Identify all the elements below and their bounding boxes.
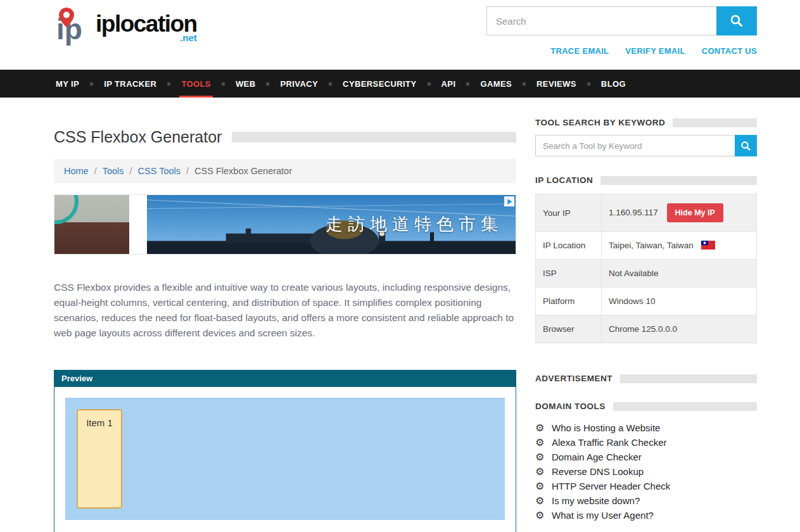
hide-my-ip-button[interactable]: Hide My IP [667, 203, 723, 222]
site-search [486, 6, 757, 35]
domain-tool-link[interactable]: Domain Age Checker [552, 452, 642, 462]
breadcrumb-current: CSS Flexbox Generator [181, 166, 292, 176]
logo-wordmark: iplocation .net [96, 13, 197, 43]
nav-item-privacy[interactable]: PRIVACY [278, 70, 320, 98]
trace-email-link[interactable]: TRACE EMAIL [550, 46, 609, 56]
preview-panel: Preview Item 1 [54, 370, 516, 532]
ad-left-image [54, 195, 129, 254]
domain-tool-link[interactable]: HTTP Server Header Check [552, 481, 670, 491]
site-search-input[interactable] [486, 6, 716, 35]
nav-item-web[interactable]: WEB [234, 70, 258, 98]
your-ip-value: 1.160.95.117 [609, 208, 658, 217]
header-links: TRACE EMAIL VERIFY EMAIL CONTACT US [550, 46, 757, 56]
domain-tools-heading: DOMAIN TOOLS [535, 402, 606, 411]
nav-separator [428, 82, 431, 86]
heading-decor-bar [620, 374, 757, 383]
preview-panel-header: Preview [54, 370, 516, 387]
main-nav: MY IP IP TRACKER TOOLS WEB PRIVACY CYBER… [0, 70, 800, 98]
search-icon [730, 14, 744, 28]
title-decor-bar [232, 132, 516, 142]
table-row: IP Location Taipei, Taiwan, Taiwan [536, 232, 757, 260]
list-item[interactable]: ⚙ Reverse DNS Lookup [535, 464, 757, 479]
ip-row-label: Browser [536, 315, 602, 343]
list-item[interactable]: ⚙ Domain Age Checker [535, 450, 757, 464]
nav-separator [466, 82, 469, 86]
breadcrumb-css-tools[interactable]: CSS Tools [138, 166, 181, 176]
ad-choices-icon[interactable] [504, 196, 514, 206]
nav-separator [90, 82, 93, 86]
nav-separator [222, 82, 225, 86]
preview-panel-body: Item 1 [54, 387, 516, 532]
gear-icon: ⚙ [535, 422, 552, 434]
domain-tools-list: ⚙ Who is Hosting a Website ⚙ Alexa Traff… [535, 421, 757, 522]
contact-us-link[interactable]: CONTACT US [702, 46, 757, 56]
verify-email-link[interactable]: VERIFY EMAIL [625, 46, 685, 56]
list-item[interactable]: ⚙ HTTP Server Header Check [535, 479, 757, 493]
main-content: CSS Flexbox Generator Home Tools CSS Too… [54, 98, 516, 532]
flexbox-preview-item: Item 1 [77, 409, 122, 509]
ip-row-value: 1.160.95.117 Hide My IP [602, 194, 757, 232]
heading-decor-bar [600, 176, 757, 185]
ip-row-label: ISP [536, 260, 602, 288]
nav-item-cybersecurity[interactable]: CYBERSECURITY [341, 70, 418, 98]
header: ip iplocation .net TRACE EMAIL [0, 0, 800, 70]
ip-row-value: Windows 10 [602, 288, 757, 315]
list-item[interactable]: ⚙ What is my User Agent? [535, 508, 757, 522]
tool-search-heading: TOOL SEARCH BY KEYWORD [535, 118, 665, 127]
nav-separator [167, 82, 170, 86]
ad-arc-decoration [54, 195, 79, 224]
ip-location-value: Taipei, Taiwan, Taiwan [609, 241, 694, 250]
gear-icon: ⚙ [535, 495, 552, 507]
list-item[interactable]: ⚙ Alexa Traffic Rank Checker [535, 435, 757, 450]
ad-banner[interactable]: 走訪地道特色市集 [54, 194, 516, 255]
flexbox-preview-container: Item 1 [65, 398, 505, 520]
nav-item-tools[interactable]: TOOLS [179, 70, 213, 98]
tool-search [535, 135, 757, 156]
nav-item-games[interactable]: GAMES [478, 70, 514, 98]
tool-search-heading-row: TOOL SEARCH BY KEYWORD [535, 118, 757, 127]
domain-tool-link[interactable]: What is my User Agent? [552, 510, 654, 521]
table-row: Platform Windows 10 [536, 288, 757, 315]
domain-tool-link[interactable]: Alexa Traffic Rank Checker [552, 437, 666, 448]
domain-tools-heading-row: DOMAIN TOOLS [535, 402, 757, 411]
heading-decor-bar [613, 402, 757, 411]
table-row: ISP Not Available [536, 260, 757, 288]
ip-row-value: Chrome 125.0.0.0 [602, 315, 757, 343]
nav-item-blog[interactable]: BLOG [599, 70, 628, 98]
search-icon [740, 141, 751, 151]
ip-row-value: Taipei, Taiwan, Taiwan [602, 232, 757, 260]
domain-tool-link[interactable]: Reverse DNS Lookup [552, 466, 644, 477]
nav-item-my-ip[interactable]: MY IP [54, 70, 81, 98]
ip-row-label: Your IP [536, 194, 602, 232]
ip-row-label: Platform [536, 288, 602, 315]
heading-decor-bar [673, 118, 757, 127]
breadcrumb-home[interactable]: Home [64, 166, 89, 176]
nav-separator [587, 82, 590, 86]
ip-location-heading: IP LOCATION [535, 175, 593, 185]
ip-location-table: Your IP 1.160.95.117 Hide My IP IP Locat… [535, 194, 757, 343]
advertisement-heading-row: ADVERTISEMENT [535, 374, 757, 383]
site-search-button[interactable] [716, 6, 757, 35]
table-row: Browser Chrome 125.0.0.0 [536, 315, 757, 343]
ip-row-label: IP Location [536, 232, 602, 260]
table-row: Your IP 1.160.95.117 Hide My IP [536, 194, 757, 232]
breadcrumb-tools[interactable]: Tools [103, 166, 124, 176]
tool-search-button[interactable] [735, 135, 757, 156]
nav-item-reviews[interactable]: REVIEWS [535, 70, 578, 98]
ad-headline: 走訪地道特色市集 [326, 213, 503, 236]
domain-tool-link[interactable]: Who is Hosting a Website [552, 422, 660, 433]
gear-icon: ⚙ [535, 480, 552, 492]
nav-item-api[interactable]: API [440, 70, 458, 98]
gear-icon: ⚙ [535, 509, 552, 521]
list-item[interactable]: ⚙ Is my website down? [535, 493, 757, 508]
gear-icon: ⚙ [535, 451, 552, 463]
ad-main-image: 走訪地道特色市集 [147, 195, 516, 254]
tool-search-input[interactable] [535, 135, 735, 156]
domain-tool-link[interactable]: Is my website down? [552, 495, 640, 506]
logo[interactable]: ip iplocation .net [54, 6, 197, 56]
nav-item-ip-tracker[interactable]: IP TRACKER [102, 70, 158, 98]
advertisement-heading: ADVERTISEMENT [535, 374, 613, 383]
list-item[interactable]: ⚙ Who is Hosting a Website [535, 421, 757, 435]
header-right: TRACE EMAIL VERIFY EMAIL CONTACT US [486, 6, 757, 56]
logo-pin-icon: ip [54, 6, 93, 47]
